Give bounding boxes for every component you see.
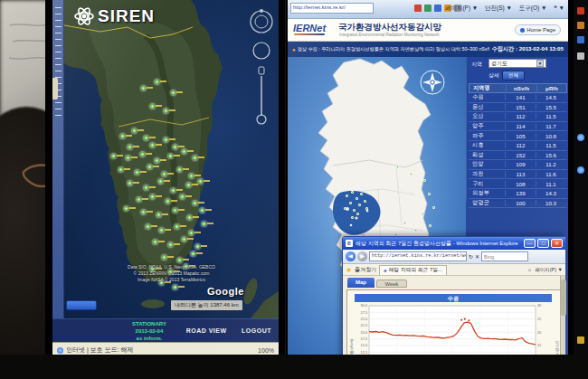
desktop-icon-ie[interactable] (577, 134, 584, 141)
table-row[interactable]: 문산15115.5 (469, 103, 567, 113)
station-marker[interactable] (158, 179, 163, 184)
station-marker[interactable] (173, 145, 177, 149)
page-menu[interactable]: 페이지(P) ▼ (535, 267, 563, 273)
station-marker[interactable] (177, 258, 182, 262)
region-station-dot[interactable] (365, 207, 368, 210)
station-marker[interactable] (186, 183, 191, 187)
station-marker[interactable] (155, 158, 159, 163)
station-marker[interactable] (182, 149, 186, 154)
table-row[interactable]: 화성15215.6 (469, 151, 567, 161)
region-station-dot[interactable] (428, 193, 431, 195)
station-marker[interactable] (173, 285, 177, 289)
station-marker[interactable] (177, 167, 182, 172)
iernet-logo[interactable]: IERNet (293, 23, 326, 33)
favicon-red[interactable] (414, 5, 422, 12)
table-row[interactable]: 안양10911.2 (469, 160, 567, 170)
desktop-icon-red[interactable] (577, 7, 584, 14)
station-marker[interactable] (111, 154, 116, 158)
station-marker[interactable] (150, 194, 155, 199)
map-download-button[interactable] (66, 300, 97, 310)
table-row[interactable]: 양평군10010.3 (469, 199, 567, 209)
region-station-dot[interactable] (423, 179, 426, 182)
url-field[interactable]: http://iernet.kins.re.kr/iernet/week_cha… (369, 251, 467, 261)
desktop-icon-blue[interactable] (577, 36, 584, 43)
station-marker[interactable] (171, 188, 175, 193)
station-marker[interactable] (189, 231, 194, 235)
siren-satellite-map[interactable]: SIREN Data SIO, NOAA, U.S. Navy, NGA, GE… (64, 0, 279, 318)
menu-help[interactable]: ❝ ▼ (554, 5, 564, 11)
table-row[interactable]: 과천11311.6 (469, 170, 567, 180)
tab-map[interactable]: Map (347, 278, 375, 288)
browser-tab[interactable]: e 해당 지역의 최근 7일... (379, 265, 447, 275)
station-marker[interactable] (164, 137, 168, 142)
tab-week[interactable]: Week (376, 280, 407, 288)
table-row[interactable]: 오산11211.5 (469, 112, 567, 122)
menu-tools[interactable]: 도구(O) ▼ (519, 5, 547, 11)
station-marker[interactable] (140, 152, 145, 156)
station-marker[interactable] (137, 197, 141, 202)
refresh-button[interactable]: ↻ (469, 253, 473, 260)
station-marker[interactable] (126, 156, 130, 160)
station-marker[interactable] (124, 206, 128, 211)
region-station-dot[interactable] (429, 224, 432, 227)
back-button[interactable]: ◀ (346, 251, 356, 261)
region-station-dot[interactable] (422, 213, 424, 215)
detail-all-button[interactable]: 전체 (502, 71, 525, 81)
menu-safety[interactable]: 안전(S) ▼ (485, 5, 512, 11)
station-marker[interactable] (119, 167, 123, 172)
region-station-dot[interactable] (364, 200, 366, 203)
station-marker[interactable] (166, 199, 170, 204)
station-marker[interactable] (195, 244, 200, 249)
station-marker[interactable] (128, 145, 132, 149)
station-marker[interactable] (144, 136, 148, 140)
desktop-icon-ie2[interactable] (577, 166, 584, 174)
table-row[interactable]: 구리10811.1 (469, 179, 567, 189)
home-page-button[interactable]: Home Page (515, 24, 561, 35)
maximize-button[interactable]: □ (537, 239, 549, 248)
station-marker[interactable] (159, 228, 164, 232)
region-station-dot[interactable] (356, 213, 359, 215)
close-button[interactable]: ✕ (551, 239, 563, 248)
favicon-green[interactable] (424, 5, 432, 12)
station-marker[interactable] (141, 86, 146, 90)
region-station-dot[interactable] (349, 202, 352, 204)
station-marker[interactable] (132, 128, 137, 133)
station-marker[interactable] (200, 208, 204, 213)
station-marker[interactable] (155, 80, 159, 84)
region-station-dot[interactable] (414, 229, 417, 232)
sidebar-collapse-tab[interactable] (52, 78, 58, 99)
station-marker[interactable] (202, 222, 206, 226)
popup-title-bar[interactable]: e 해당 지역의 최근 7일간 환경방사선량률 - Windows Intern… (343, 237, 565, 250)
station-marker[interactable] (189, 174, 194, 178)
table-row[interactable]: 의정부13914.3 (469, 189, 567, 199)
forward-button[interactable]: ▶ (357, 251, 367, 261)
search-box[interactable]: Bing (481, 251, 528, 261)
station-marker[interactable] (168, 154, 173, 158)
station-marker[interactable] (182, 237, 186, 242)
logout-button[interactable]: LOGOUT (242, 327, 271, 334)
region-station-dot[interactable] (356, 197, 358, 200)
favorites-label[interactable]: 즐겨찾기 (355, 266, 376, 274)
road-view-button[interactable]: ROAD VIEW (186, 327, 227, 334)
table-row[interactable]: 시흥11211.5 (469, 141, 567, 151)
station-marker[interactable] (156, 213, 161, 217)
desktop-icon-yellow[interactable] (577, 336, 584, 344)
station-marker[interactable] (120, 134, 125, 138)
desktop-icon-gray[interactable] (577, 52, 584, 60)
region-station-dot[interactable] (346, 194, 348, 197)
address-bar-partial[interactable]: http://iernet.kins.re.kr/ (290, 3, 374, 14)
region-select[interactable]: 경기도 ▼ (488, 59, 546, 68)
popup-scrollbar[interactable] (560, 276, 565, 362)
station-marker[interactable] (153, 240, 157, 244)
station-marker[interactable] (175, 224, 179, 229)
desktop-icon-orange[interactable] (577, 22, 584, 29)
favorites-star-icon[interactable]: ★ (346, 266, 352, 274)
station-marker[interactable] (187, 215, 192, 220)
region-station-dot[interactable] (432, 206, 435, 209)
stop-button[interactable]: ✕ (475, 253, 479, 260)
station-marker[interactable] (168, 242, 173, 247)
station-marker[interactable] (173, 208, 177, 213)
table-row[interactable]: 파주10510.8 (469, 131, 567, 141)
region-station-dot[interactable] (353, 209, 356, 212)
station-marker[interactable] (141, 210, 146, 214)
